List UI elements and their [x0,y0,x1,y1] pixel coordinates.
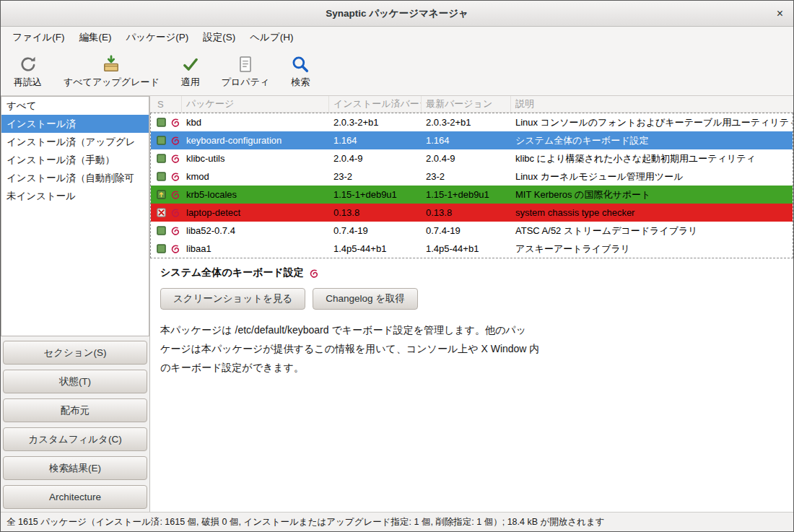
installed-version: 0.13.8 [330,207,422,218]
apply-label: 適用 [181,76,200,89]
sidebar-buttons: セクション(S) 状態(T) 配布元 カスタムフィルタ(C) 検索結果(E) A… [1,341,149,512]
debian-swirl-icon [170,154,180,163]
latest-version: 1.164 [422,135,512,146]
filter-installed[interactable]: インストール済 [1,115,149,133]
table-header: S パッケージ インストール済バージョン 最新バージョン 説明 [150,96,793,113]
mark-all-upgrades-label: すべてアップグレード [64,76,160,89]
titlebar: Synaptic パッケージマネージャ × [1,1,793,27]
debian-swirl-icon [170,172,180,181]
window-title: Synaptic パッケージマネージャ [326,7,468,20]
table-row[interactable]: kbd 2.0.3-2+b1 2.0.3-2+b1 Linux コンソールのフォ… [151,113,793,131]
table-row-marked-upgrade[interactable]: krb5-locales 1.15-1+deb9u1 1.15-1+deb9u1… [151,186,793,204]
content-area: すべて インストール済 インストール済（アップグレ インストール済（手動） イン… [1,96,793,512]
header-description[interactable]: 説明 [511,96,793,112]
details-title-row: システム全体のキーボード設定 [160,266,783,279]
installed-version: 0.7.4-19 [330,225,422,236]
table-row-marked-removal[interactable]: laptop-detect 0.13.8 0.13.8 system chass… [151,204,793,222]
header-status[interactable]: S [150,96,182,112]
filter-not-installed[interactable]: 未インストール [1,187,149,205]
filter-list: すべて インストール済 インストール済（アップグレ インストール済（手動） イン… [1,96,149,336]
view-screenshot-button[interactable]: スクリーンショットを見る [160,288,305,310]
status-cell [151,226,183,235]
menu-help[interactable]: ヘルプ(H) [243,27,300,48]
package-installed-icon [157,118,166,127]
mark-all-upgrades-icon [102,55,121,74]
menu-edit[interactable]: 編集(E) [72,27,119,48]
package-description: ATSC A/52 ストリームデコードライブラリ [512,224,793,237]
status-button[interactable]: 状態(T) [3,370,147,393]
apply-button[interactable]: 適用 [171,51,210,93]
package-name: laptop-detect [183,207,330,218]
custom-filters-button[interactable]: カスタムフィルタ(C) [3,427,147,451]
properties-icon [236,55,255,74]
debian-swirl-icon [170,244,180,253]
menu-package[interactable]: パッケージ(P) [119,27,196,48]
table-row[interactable]: liba52-0.7.4 0.7.4-19 0.7.4-19 ATSC A/52… [151,222,793,240]
package-description: klibc により構築された小さな起動初期用ユーティリティ [512,152,793,165]
package-list: kbd 2.0.3-2+b1 2.0.3-2+b1 Linux コンソールのフォ… [150,113,793,258]
architecture-button[interactable]: Architecture [3,485,147,509]
statusbar: 全 1615 パッケージ（インストール済: 1615 個, 破損 0 個, イン… [1,512,793,531]
details-buttons: スクリーンショットを見る Changelog を取得 [160,288,783,310]
origin-button[interactable]: 配布元 [3,398,147,422]
package-installed-icon [157,226,166,235]
status-cell [151,172,183,181]
installed-version: 2.0.4-9 [330,153,422,164]
reload-button[interactable]: 再読込 [4,51,52,93]
installed-version: 23-2 [330,171,422,182]
package-name: krb5-locales [183,189,330,200]
package-installed-icon [157,154,166,163]
search-button[interactable]: 検索 [281,51,320,93]
get-changelog-button[interactable]: Changelog を取得 [313,288,418,310]
package-name: kmod [183,171,330,182]
package-marked-upgrade-icon [157,190,166,199]
latest-version: 2.0.4-9 [422,153,512,164]
sections-button[interactable]: セクション(S) [3,341,147,365]
search-results-button[interactable]: 検索結果(E) [3,456,147,480]
filter-installed-autoremovable[interactable]: インストール済（自動削除可 [1,169,149,187]
package-description: system chassis type checker [512,207,793,218]
sidebar: すべて インストール済 インストール済（アップグレ インストール済（手動） イン… [1,96,150,512]
status-cell [151,136,183,145]
header-installed-version[interactable]: インストール済バージョン [329,96,422,112]
properties-button[interactable]: プロパティ [211,51,280,93]
package-name: keyboard-configuration [183,135,330,146]
package-name: klibc-utils [183,153,330,164]
table-row-selected[interactable]: keyboard-configuration 1.164 1.164 システム全… [151,131,793,149]
header-package[interactable]: パッケージ [182,96,329,112]
table-row[interactable]: kmod 23-2 23-2 Linux カーネルモジュール管理用ツール [151,167,793,186]
filter-installed-upgradable[interactable]: インストール済（アップグレ [1,133,149,151]
latest-version: 1.4p5-44+b1 [422,243,512,254]
mark-all-upgrades-button[interactable]: すべてアップグレード [53,51,170,93]
filter-all[interactable]: すべて [1,97,149,115]
reload-icon [19,55,38,74]
menu-settings[interactable]: 設定(S) [196,27,243,48]
debian-swirl-icon [170,136,180,145]
main-pane: S パッケージ インストール済バージョン 最新バージョン 説明 kbd 2.0.… [150,96,793,512]
latest-version: 0.13.8 [422,207,512,218]
description-line: のキーボード設定ができます。 [160,358,783,377]
debian-swirl-icon [170,208,180,217]
installed-version: 1.164 [330,135,422,146]
table-row[interactable]: klibc-utils 2.0.4-9 2.0.4-9 klibc により構築さ… [151,149,793,167]
debian-swirl-icon [170,190,180,199]
reload-label: 再読込 [14,76,42,89]
installed-version: 2.0.3-2+b1 [330,117,422,128]
details-pane: システム全体のキーボード設定 スクリーンショットを見る Changelog を取… [150,258,793,512]
status-cell [151,190,183,199]
status-cell [151,244,183,253]
installed-version: 1.4p5-44+b1 [330,243,422,254]
close-button[interactable]: × [777,8,783,19]
package-description: Linux カーネルモジュール管理用ツール [512,170,793,183]
package-marked-removal-icon [157,208,166,217]
synaptic-window: Synaptic パッケージマネージャ × ファイル(F) 編集(E) パッケー… [0,0,794,532]
package-installed-icon [157,244,166,253]
package-description: MIT Kerberos の国際化サポート [512,188,793,201]
package-description: システム全体のキーボード設定 [512,134,793,147]
statusbar-text: 全 1615 パッケージ（インストール済: 1615 個, 破損 0 個, イン… [6,516,604,528]
latest-version: 0.7.4-19 [422,225,512,236]
header-latest-version[interactable]: 最新バージョン [422,96,511,112]
table-row[interactable]: libaa1 1.4p5-44+b1 1.4p5-44+b1 アスキーアートライ… [151,240,793,258]
menu-file[interactable]: ファイル(F) [5,27,72,48]
filter-installed-manual[interactable]: インストール済（手動） [1,151,149,169]
